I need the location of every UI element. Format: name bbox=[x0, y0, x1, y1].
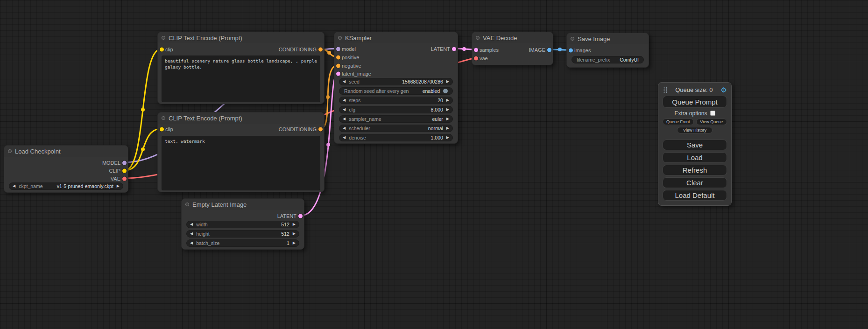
node-graph-canvas[interactable]: Load Checkpoint MODEL CLIP VAE ◀ ckpt_na… bbox=[0, 0, 868, 329]
save-button[interactable]: Save bbox=[663, 140, 727, 150]
input-clip: clip bbox=[158, 46, 173, 53]
link-midpoint-dot bbox=[462, 47, 466, 51]
collapse-dot-icon[interactable] bbox=[338, 36, 342, 40]
view-history-button[interactable]: View History bbox=[677, 127, 713, 133]
image-output-port[interactable] bbox=[547, 48, 551, 52]
prompt-textarea[interactable]: text, watermark bbox=[162, 136, 320, 190]
extra-options-checkbox[interactable] bbox=[710, 111, 715, 116]
arrow-right-icon[interactable]: ▶ bbox=[117, 184, 120, 188]
conditioning-output-port[interactable] bbox=[318, 127, 323, 132]
arrow-left-icon[interactable]: ◀ bbox=[190, 241, 193, 245]
filename-prefix-widget[interactable]: filename_prefix ComfyUI bbox=[572, 56, 644, 63]
arrow-left-icon[interactable]: ◀ bbox=[343, 80, 346, 84]
arrow-left-icon[interactable]: ◀ bbox=[343, 98, 346, 102]
steps-widget[interactable]: ◀ steps 20 ▶ bbox=[339, 97, 453, 104]
latent-output-port[interactable] bbox=[452, 47, 456, 51]
wire-clip-to-positive-encoder bbox=[125, 49, 161, 170]
prompt-textarea[interactable]: beautiful scenery nature glass bottle la… bbox=[162, 56, 320, 102]
batch-size-widget[interactable]: ◀ batch_size 1 ▶ bbox=[186, 239, 299, 247]
output-image: IMAGE bbox=[529, 46, 553, 54]
vae-input-port[interactable] bbox=[474, 56, 478, 61]
width-widget[interactable]: ◀ width 512 ▶ bbox=[186, 221, 299, 228]
ckpt-name-widget[interactable]: ◀ ckpt_name v1-5-pruned-emaonly.ckpt ▶ bbox=[9, 182, 123, 190]
load-default-button[interactable]: Load Default bbox=[663, 190, 727, 201]
input-clip: clip bbox=[158, 126, 173, 133]
view-queue-button[interactable]: View Queue bbox=[696, 119, 727, 125]
link-midpoint-dot bbox=[326, 95, 330, 99]
queue-front-button[interactable]: Queue Front bbox=[663, 119, 694, 125]
node-title: CLIP Text Encode (Prompt) bbox=[169, 115, 242, 122]
clip-input-port[interactable] bbox=[160, 48, 164, 52]
cfg-widget[interactable]: ◀ cfg 8.000 ▶ bbox=[339, 106, 453, 113]
arrow-right-icon[interactable]: ▶ bbox=[446, 80, 449, 84]
arrow-left-icon[interactable]: ◀ bbox=[343, 117, 346, 121]
latent-input-port[interactable] bbox=[474, 48, 478, 52]
arrow-right-icon[interactable]: ▶ bbox=[293, 223, 296, 226]
arrow-right-icon[interactable]: ▶ bbox=[446, 108, 449, 112]
arrow-right-icon[interactable]: ▶ bbox=[446, 126, 449, 130]
history-row: View History bbox=[663, 127, 727, 133]
conditioning-input-port[interactable] bbox=[336, 56, 340, 60]
latent-output-port[interactable] bbox=[298, 214, 303, 218]
arrow-right-icon[interactable]: ▶ bbox=[293, 241, 296, 245]
node-header[interactable]: Empty Latent Image bbox=[182, 199, 304, 210]
input-positive: positive bbox=[334, 54, 359, 61]
link-midpoint-dot bbox=[141, 108, 145, 112]
extra-options-row: Extra options bbox=[663, 110, 727, 117]
node-header[interactable]: KSampler bbox=[334, 32, 458, 43]
node-vae-decode[interactable]: VAE Decode samples vae IMAGE bbox=[472, 32, 553, 65]
seed-widget[interactable]: ◀ seed 156680208700286 ▶ bbox=[339, 78, 453, 85]
node-title: CLIP Text Encode (Prompt) bbox=[169, 35, 242, 42]
latent-input-port[interactable] bbox=[336, 72, 340, 76]
arrow-left-icon[interactable]: ◀ bbox=[13, 184, 15, 188]
load-button[interactable]: Load bbox=[663, 152, 727, 163]
node-clip-text-encode-positive[interactable]: CLIP Text Encode (Prompt) clip CONDITION… bbox=[157, 32, 325, 104]
queue-prompt-button[interactable]: Queue Prompt bbox=[663, 96, 727, 108]
clear-button[interactable]: Clear bbox=[663, 177, 727, 188]
node-header[interactable]: Load Checkpoint bbox=[4, 146, 128, 157]
vae-output-port[interactable] bbox=[122, 177, 127, 181]
collapse-dot-icon[interactable] bbox=[185, 203, 189, 206]
image-input-port[interactable] bbox=[569, 49, 573, 53]
arrow-right-icon[interactable]: ▶ bbox=[446, 117, 449, 121]
arrow-left-icon[interactable]: ◀ bbox=[343, 136, 346, 140]
node-ksampler[interactable]: KSampler model positive negative latent_… bbox=[334, 32, 458, 144]
node-save-image[interactable]: Save Image images filename_prefix ComfyU… bbox=[566, 33, 649, 68]
node-load-checkpoint[interactable]: Load Checkpoint MODEL CLIP VAE ◀ ckpt_na… bbox=[4, 145, 128, 193]
height-widget[interactable]: ◀ height 512 ▶ bbox=[186, 230, 299, 238]
arrow-left-icon[interactable]: ◀ bbox=[343, 126, 346, 130]
node-header[interactable]: VAE Decode bbox=[472, 32, 553, 43]
node-header[interactable]: Save Image bbox=[567, 33, 649, 44]
random-seed-toggle-widget[interactable]: Random seed after every gen enabled bbox=[339, 87, 453, 95]
model-output-port[interactable] bbox=[122, 161, 127, 165]
drag-handle-icon[interactable] bbox=[663, 86, 667, 93]
conditioning-output-port[interactable] bbox=[318, 48, 323, 52]
model-input-port[interactable] bbox=[336, 47, 340, 51]
denoise-widget[interactable]: ◀ denoise 1.000 ▶ bbox=[339, 134, 453, 141]
node-clip-text-encode-negative[interactable]: CLIP Text Encode (Prompt) clip CONDITION… bbox=[157, 112, 325, 192]
node-header[interactable]: CLIP Text Encode (Prompt) bbox=[158, 32, 324, 43]
toggle-dot-icon[interactable] bbox=[443, 89, 448, 93]
conditioning-input-port[interactable] bbox=[336, 64, 340, 68]
arrow-right-icon[interactable]: ▶ bbox=[293, 232, 296, 236]
refresh-button[interactable]: Refresh bbox=[663, 165, 727, 175]
node-header[interactable]: CLIP Text Encode (Prompt) bbox=[158, 112, 324, 124]
collapse-dot-icon[interactable] bbox=[571, 37, 574, 41]
settings-gear-icon[interactable]: ⚙ bbox=[721, 86, 727, 93]
clip-input-port[interactable] bbox=[160, 127, 164, 132]
scheduler-widget[interactable]: ◀ scheduler normal ▶ bbox=[339, 125, 453, 132]
clip-output-port[interactable] bbox=[122, 169, 127, 173]
collapse-dot-icon[interactable] bbox=[162, 116, 165, 120]
sampler-name-widget[interactable]: ◀ sampler_name euler ▶ bbox=[339, 115, 453, 123]
node-empty-latent-image[interactable]: Empty Latent Image LATENT ◀ width 512 ▶ … bbox=[181, 198, 304, 250]
arrow-right-icon[interactable]: ▶ bbox=[446, 98, 449, 102]
arrow-right-icon[interactable]: ▶ bbox=[446, 136, 449, 140]
collapse-dot-icon[interactable] bbox=[162, 36, 165, 40]
queue-actions-row: Queue Front View Queue bbox=[663, 119, 727, 125]
arrow-left-icon[interactable]: ◀ bbox=[190, 232, 193, 236]
arrow-left-icon[interactable]: ◀ bbox=[343, 108, 346, 112]
input-latent-image: latent_image bbox=[334, 70, 371, 77]
collapse-dot-icon[interactable] bbox=[476, 36, 480, 40]
arrow-left-icon[interactable]: ◀ bbox=[190, 223, 193, 226]
collapse-dot-icon[interactable] bbox=[8, 149, 12, 153]
